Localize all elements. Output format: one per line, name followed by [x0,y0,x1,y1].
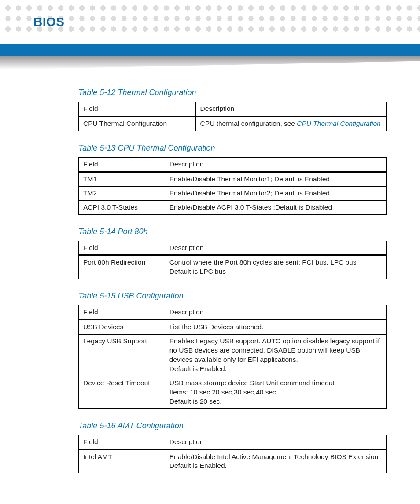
table-head-row: Field Description [79,241,387,255]
col-header-field: Field [79,305,165,320]
cell-field: ACPI 3.0 T-States [79,200,165,214]
table-row: Port 80h Redirection Control where the P… [79,255,387,279]
table-row: CPU Thermal Configuration CPU thermal co… [79,116,387,131]
cell-field: USB Devices [79,320,165,335]
table-caption: Table 5-14 Port 80h [78,227,387,236]
cell-description: Enable/Disable Intel Active Management T… [165,449,386,473]
col-header-field: Field [79,241,165,255]
table-caption: Table 5-13 CPU Thermal Configuration [78,143,387,153]
table-caption: Table 5-16 AMT Configuration [78,421,387,430]
table-row: TM1 Enable/Disable Thermal Monitor1; Def… [79,172,387,186]
table-row: Intel AMT Enable/Disable Intel Active Ma… [79,449,387,473]
cell-description: Control where the Port 80h cycles are se… [165,255,386,279]
header-blue-bar [0,44,420,56]
table-thermal-configuration: Field Description CPU Thermal Configurat… [78,102,387,131]
table-usb-configuration: Field Description USB Devices List the U… [78,305,387,408]
cell-description: CPU thermal configuration, see CPU Therm… [195,116,386,131]
col-header-field: Field [79,157,165,172]
cell-field: Device Reset Timeout [79,376,165,408]
table-head-row: Field Description [79,435,387,449]
page-content: Table 5-12 Thermal Configuration Field D… [0,70,420,494]
table-row: ACPI 3.0 T-States Enable/Disable ACPI 3.… [79,200,387,214]
cell-field: CPU Thermal Configuration [79,116,196,131]
table-head-row: Field Description [79,157,387,172]
cell-text: CPU thermal configuration, see [200,120,297,127]
table-port-80h: Field Description Port 80h Redirection C… [78,241,387,280]
cross-reference-link[interactable]: CPU Thermal Configuration [297,120,380,127]
cell-description: Enable/Disable Thermal Monitor1; Default… [165,172,386,186]
col-header-description: Description [165,305,386,320]
cell-description: Enable/Disable ACPI 3.0 T-States ;Defaul… [165,200,386,214]
header-grey-wedge [0,56,420,70]
cell-description: List the USB Devices attached. [165,320,386,335]
col-header-description: Description [165,157,386,172]
page-header-decor: BIOS [0,0,420,70]
table-row: Legacy USB Support Enables Legacy USB su… [79,335,387,376]
cell-description: Enable/Disable Thermal Monitor2; Default… [165,186,386,200]
cell-field: Port 80h Redirection [79,255,165,279]
table-head-row: Field Description [79,305,387,320]
col-header-description: Description [165,241,386,255]
table-row: TM2 Enable/Disable Thermal Monitor2; Def… [79,186,387,200]
table-caption: Table 5-15 USB Configuration [78,291,387,301]
table-row: USB Devices List the USB Devices attache… [79,320,387,335]
table-caption: Table 5-12 Thermal Configuration [78,88,387,97]
col-header-description: Description [195,102,386,117]
table-row: Device Reset Timeout USB mass storage de… [79,376,387,408]
table-cpu-thermal-configuration: Field Description TM1 Enable/Disable The… [78,157,387,215]
table-amt-configuration: Field Description Intel AMT Enable/Disab… [78,435,387,474]
cell-field: TM2 [79,186,165,200]
table-head-row: Field Description [79,102,387,117]
col-header-field: Field [79,435,165,449]
cell-field: Legacy USB Support [79,335,165,376]
col-header-field: Field [79,102,196,117]
cell-description: USB mass storage device Start Unit comma… [165,376,386,408]
chapter-title: BIOS [33,15,64,29]
col-header-description: Description [165,435,386,449]
cell-field: TM1 [79,172,165,186]
cell-description: Enables Legacy USB support. AUTO option … [165,335,386,376]
cell-field: Intel AMT [79,449,165,473]
